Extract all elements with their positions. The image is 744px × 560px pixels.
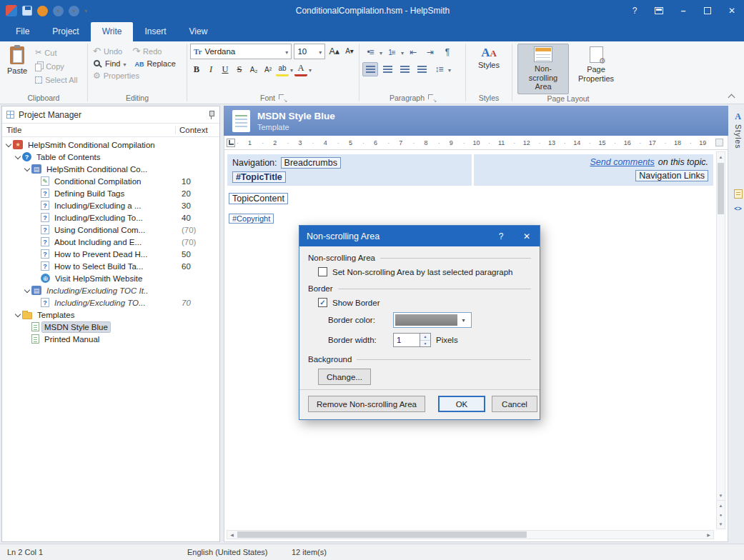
- tree-item[interactable]: ✎Conditional Compilation10: [2, 175, 219, 187]
- cancel-button[interactable]: Cancel: [492, 396, 537, 412]
- collapse-ribbon-button[interactable]: [725, 92, 737, 101]
- highlight-dropdown-icon[interactable]: [290, 64, 293, 74]
- close-button[interactable]: [720, 0, 744, 21]
- border-color-dropdown-icon[interactable]: ▾: [457, 314, 470, 326]
- browse-previous-button[interactable]: ▲: [717, 501, 725, 510]
- tree-item[interactable]: ?How to Prevent Dead H...50: [2, 248, 219, 260]
- remove-non-scrolling-area-button[interactable]: Remove Non-scrolling Area: [308, 396, 425, 412]
- vertical-scroll-track[interactable]: [717, 161, 725, 491]
- align-left-button[interactable]: [362, 62, 378, 76]
- tree-item[interactable]: ?Using Conditional Com...(70): [2, 224, 219, 236]
- show-border-label[interactable]: Show Border: [332, 299, 380, 307]
- app-logo-icon[interactable]: [6, 5, 17, 16]
- tree-item[interactable]: Templates: [2, 309, 219, 321]
- cut-button[interactable]: Cut: [33, 47, 79, 58]
- tab-view[interactable]: View: [178, 22, 219, 41]
- underline-button[interactable]: U: [219, 62, 232, 76]
- redo-button[interactable]: Redo: [130, 45, 164, 57]
- strikethrough-button[interactable]: S: [233, 62, 246, 76]
- redo-dropdown-icon[interactable]: [69, 6, 79, 16]
- expander-icon[interactable]: [4, 144, 13, 146]
- font-color-button[interactable]: A: [294, 62, 307, 76]
- paragraph-dialog-launcher[interactable]: [428, 94, 435, 101]
- ok-button[interactable]: OK: [438, 396, 485, 412]
- navigation-links-field[interactable]: Navigation Links: [635, 170, 708, 181]
- copyright-field[interactable]: #Copyright: [229, 214, 274, 224]
- customize-toolbar-icon[interactable]: [84, 8, 87, 14]
- show-formatting-button[interactable]: [440, 45, 455, 59]
- styles-panel-tab[interactable]: A Styles: [734, 111, 743, 149]
- maximize-button[interactable]: [695, 0, 720, 21]
- ruler-right-marker[interactable]: [715, 139, 723, 146]
- font-family-combobox[interactable]: Verdana: [190, 44, 292, 59]
- numbered-list-button[interactable]: [384, 45, 400, 59]
- tree-item[interactable]: ▤Including/Excluding TOC It..: [2, 284, 219, 296]
- bold-button[interactable]: B: [190, 62, 203, 76]
- page-panel-icon[interactable]: [734, 189, 743, 199]
- tree-item[interactable]: ?About Including and E...(70): [2, 236, 219, 248]
- scroll-down-icon[interactable]: ▼: [717, 491, 725, 500]
- styles-button[interactable]: Styles: [474, 44, 504, 73]
- undo-button[interactable]: Undo: [91, 45, 124, 57]
- tree-item[interactable]: ?Including/Excluding TO...70: [2, 296, 219, 309]
- border-color-select[interactable]: ▾: [393, 312, 472, 328]
- bullet-list-dropdown-icon[interactable]: [380, 47, 382, 57]
- select-browse-object-button[interactable]: ●: [717, 510, 725, 519]
- tree-item[interactable]: ?Table of Contents: [2, 151, 219, 163]
- undo-dropdown-icon[interactable]: [53, 6, 64, 16]
- undo-quick-icon[interactable]: [37, 6, 48, 16]
- ribbon-display-options-button[interactable]: [647, 0, 671, 21]
- dialog-help-button[interactable]: ?: [488, 226, 514, 246]
- decrease-indent-button[interactable]: [405, 45, 421, 59]
- breadcrumbs-field[interactable]: Breadcrumbs: [281, 157, 341, 169]
- vertical-scrollbar[interactable]: ▲ ▼ ▲ ● ▼: [716, 151, 725, 529]
- horizontal-scrollbar[interactable]: ◀ ▶: [227, 530, 714, 539]
- html-code-icon[interactable]: [734, 203, 742, 213]
- grow-font-button[interactable]: A▴: [327, 44, 341, 58]
- select-all-button[interactable]: Select All: [33, 75, 79, 85]
- non-scrolling-area-button[interactable]: Non-scrolling Area: [517, 44, 569, 94]
- properties-button[interactable]: Properties: [91, 70, 142, 81]
- column-title[interactable]: Title: [2, 126, 175, 134]
- help-button[interactable]: [623, 0, 647, 21]
- increase-indent-button[interactable]: [422, 45, 438, 59]
- find-button[interactable]: Find: [91, 59, 128, 69]
- copy-button[interactable]: Copy: [33, 61, 79, 72]
- vertical-scroll-thumb[interactable]: [718, 163, 724, 214]
- border-width-input[interactable]: [393, 333, 420, 347]
- subscript-button[interactable]: A₂: [247, 62, 260, 76]
- set-by-paragraph-checkbox[interactable]: [318, 267, 327, 276]
- show-border-checkbox[interactable]: [318, 298, 327, 307]
- tree-item[interactable]: ?How to Select Build Ta...60: [2, 260, 219, 272]
- line-spacing-button[interactable]: [431, 62, 447, 76]
- paste-button[interactable]: Paste: [3, 44, 31, 79]
- tab-write[interactable]: Write: [91, 22, 134, 41]
- language-indicator[interactable]: English (United States): [187, 548, 289, 556]
- horizontal-scroll-thumb[interactable]: [237, 531, 527, 538]
- tree-item[interactable]: ?Including/Excluding a ...30: [2, 199, 219, 211]
- tree-item[interactable]: Printed Manual: [2, 333, 219, 345]
- expander-icon[interactable]: [23, 168, 31, 171]
- shrink-font-button[interactable]: A▾: [343, 44, 356, 58]
- set-by-paragraph-label[interactable]: Set Non-scrolling Area by last selected …: [332, 268, 513, 276]
- horizontal-scroll-track[interactable]: [237, 531, 704, 539]
- scroll-left-icon[interactable]: ◀: [227, 531, 237, 539]
- topic-title-field[interactable]: #TopicTitle: [232, 171, 286, 183]
- minimize-button[interactable]: [671, 0, 695, 21]
- tree-item[interactable]: ★HelpSmith Conditional Compilation: [2, 139, 219, 151]
- tree-item[interactable]: MSDN Style Blue: [2, 321, 219, 333]
- expander-icon[interactable]: [23, 289, 31, 292]
- tab-stop-selector[interactable]: [227, 139, 235, 147]
- justify-button[interactable]: [414, 62, 430, 76]
- align-right-button[interactable]: [397, 62, 412, 76]
- superscript-button[interactable]: A²: [262, 62, 274, 76]
- scroll-up-icon[interactable]: ▲: [717, 152, 725, 161]
- tree-item[interactable]: ⊕Visit HelpSmith Website: [2, 272, 219, 284]
- column-context[interactable]: Context: [175, 126, 219, 134]
- font-color-dropdown-icon[interactable]: [309, 64, 312, 74]
- font-size-combobox[interactable]: 10: [294, 44, 325, 59]
- line-spacing-dropdown-icon[interactable]: [448, 64, 451, 74]
- expander-icon[interactable]: [14, 156, 22, 159]
- highlight-color-button[interactable]: ab: [276, 62, 289, 76]
- save-icon[interactable]: [22, 6, 32, 16]
